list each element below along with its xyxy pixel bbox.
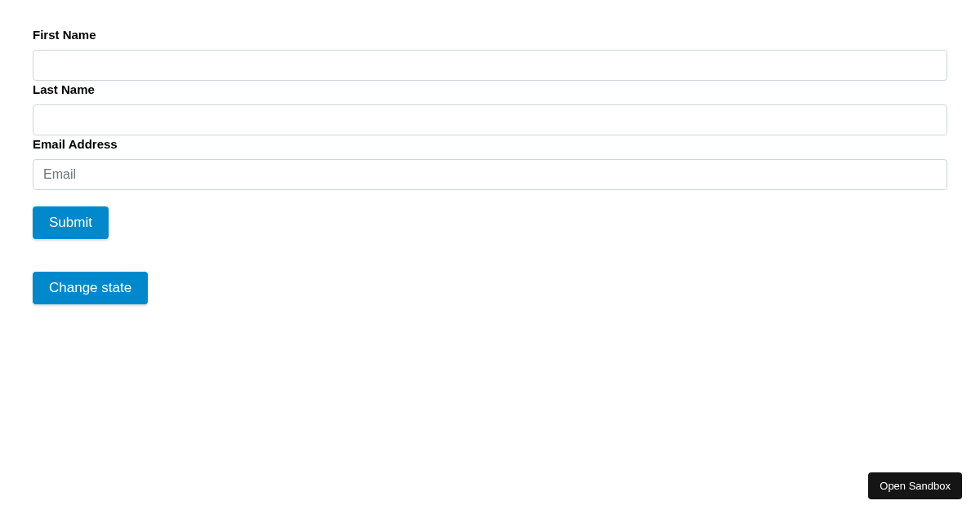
last-name-label: Last Name [33,82,947,96]
form-group-email: Email Address [33,137,947,190]
first-name-input[interactable] [33,50,947,81]
form-container: First Name Last Name Email Address Submi… [0,0,980,304]
change-state-button[interactable]: Change state [33,272,148,304]
first-name-label: First Name [33,28,947,42]
form-group-first-name: First Name [33,28,947,81]
email-label: Email Address [33,137,947,151]
email-input[interactable] [33,159,947,190]
button-row-submit: Submit [33,190,947,239]
submit-button[interactable]: Submit [33,206,109,239]
button-row-change-state: Change state [33,239,947,304]
form-group-last-name: Last Name [33,82,947,135]
last-name-input[interactable] [33,104,947,135]
open-sandbox-button[interactable]: Open Sandbox [868,472,962,499]
